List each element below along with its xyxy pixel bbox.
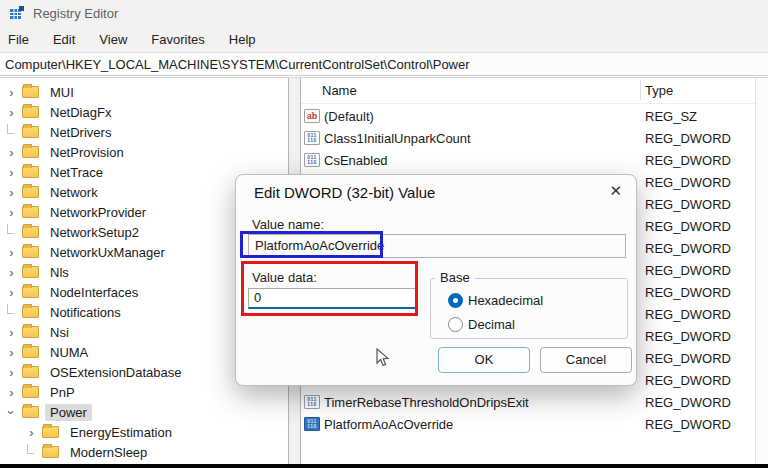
tree-item-label: NodeInterfaces bbox=[45, 284, 143, 301]
value-data-label: Value data: bbox=[252, 270, 317, 285]
value-type: REG_DWORD bbox=[645, 241, 731, 256]
list-item-CsEnabled[interactable]: 011110CsEnabledREG_DWORD bbox=[301, 150, 755, 172]
tree-item-label: NetDrivers bbox=[45, 124, 116, 141]
tree-item-MUI[interactable]: ›MUI bbox=[0, 82, 288, 102]
value-name-label: Value name: bbox=[252, 217, 324, 232]
folder-icon bbox=[22, 186, 39, 198]
chevron-down-icon[interactable]: › bbox=[4, 404, 19, 420]
menu-file[interactable]: File bbox=[0, 29, 39, 50]
chevron-right-icon[interactable]: › bbox=[4, 84, 19, 100]
radio-hexadecimal[interactable]: Hexadecimal bbox=[448, 293, 543, 308]
value-type: REG_DWORD bbox=[645, 131, 731, 146]
chevron-right-icon[interactable]: › bbox=[4, 244, 19, 260]
list-scrollbar[interactable] bbox=[755, 78, 768, 464]
reg-dword-value-icon: 011110 bbox=[304, 131, 320, 145]
reg-dword-value-icon: 011110 bbox=[304, 395, 320, 409]
tree-item-Power[interactable]: ›Power bbox=[0, 402, 288, 422]
folder-icon bbox=[22, 246, 39, 258]
chevron-right-icon[interactable]: › bbox=[4, 184, 19, 200]
menu-help[interactable]: Help bbox=[219, 29, 266, 50]
value-type: REG_SZ bbox=[645, 109, 697, 124]
folder-icon bbox=[22, 226, 39, 238]
address-bar[interactable]: Computer\HKEY_LOCAL_MACHINE\SYSTEM\Curre… bbox=[0, 52, 768, 76]
chevron-right-icon[interactable]: › bbox=[24, 424, 39, 440]
value-name-field[interactable]: PlatformAoAcOverride bbox=[248, 234, 626, 258]
folder-icon bbox=[22, 366, 39, 378]
ok-button[interactable]: OK bbox=[438, 347, 530, 373]
list-item-PlatformAoAcOverride[interactable]: 011110PlatformAoAcOverrideREG_DWORD bbox=[301, 414, 755, 436]
chevron-right-icon[interactable]: › bbox=[4, 344, 19, 360]
value-type: REG_DWORD bbox=[645, 329, 731, 344]
value-data-input[interactable]: 0 bbox=[248, 288, 416, 309]
radio-selected-icon[interactable] bbox=[448, 293, 463, 308]
folder-icon bbox=[22, 306, 39, 318]
value-type: REG_DWORD bbox=[645, 351, 731, 366]
value-type: REG_DWORD bbox=[645, 285, 731, 300]
tree-item-NetDiagFx[interactable]: ›NetDiagFx bbox=[0, 102, 288, 122]
value-type: REG_DWORD bbox=[645, 307, 731, 322]
tree-item-label: Network bbox=[45, 184, 103, 201]
tree-item-label: NetTrace bbox=[45, 164, 108, 181]
chevron-right-icon[interactable]: › bbox=[4, 104, 19, 120]
menu-favorites[interactable]: Favorites bbox=[141, 29, 214, 50]
value-type: REG_DWORD bbox=[645, 395, 731, 410]
value-name: Class1InitialUnparkCount bbox=[324, 131, 471, 146]
column-header-name[interactable]: Name bbox=[322, 83, 357, 98]
radio-decimal[interactable]: Decimal bbox=[448, 317, 515, 332]
chevron-right-icon[interactable]: › bbox=[4, 284, 19, 300]
column-separator[interactable] bbox=[640, 80, 641, 100]
cancel-button[interactable]: Cancel bbox=[540, 347, 632, 373]
chevron-right-icon[interactable]: › bbox=[4, 324, 19, 340]
tree-item-EnergyEstimation[interactable]: ›EnergyEstimation bbox=[0, 422, 288, 442]
chevron-right-icon[interactable]: › bbox=[4, 384, 19, 400]
tree-item-label: Nls bbox=[45, 264, 74, 281]
registry-editor-app-icon bbox=[9, 5, 25, 21]
list-item-(Default)[interactable]: ab(Default)REG_SZ bbox=[301, 106, 755, 128]
column-header-type[interactable]: Type bbox=[645, 83, 673, 98]
tree-item-NetDrivers[interactable]: NetDrivers bbox=[0, 122, 288, 142]
chevron-right-icon[interactable]: › bbox=[4, 204, 19, 220]
bottom-black-strip bbox=[0, 464, 768, 468]
value-name: (Default) bbox=[324, 109, 374, 124]
chevron-right-icon[interactable]: › bbox=[4, 364, 19, 380]
radio-decimal-label: Decimal bbox=[468, 317, 515, 332]
address-path: Computer\HKEY_LOCAL_MACHINE\SYSTEM\Curre… bbox=[5, 57, 470, 72]
tree-item-label: Nsi bbox=[45, 324, 74, 341]
base-group-label: Base bbox=[435, 270, 475, 285]
tree-item-NetProvision[interactable]: ›NetProvision bbox=[0, 142, 288, 162]
close-icon[interactable]: ✕ bbox=[609, 182, 622, 200]
tree-guide-line bbox=[4, 304, 19, 320]
folder-icon bbox=[22, 146, 39, 158]
value-type: REG_DWORD bbox=[645, 219, 731, 234]
reg-dword-value-icon: 011110 bbox=[304, 153, 320, 167]
tree-item-label: Power bbox=[45, 404, 92, 421]
tree-item-label: NetProvision bbox=[45, 144, 129, 161]
folder-icon bbox=[22, 346, 39, 358]
chevron-right-icon[interactable]: › bbox=[4, 144, 19, 160]
reg-string-value-icon: ab bbox=[304, 109, 320, 123]
reg-dword-value-icon: 011110 bbox=[304, 417, 320, 431]
folder-icon bbox=[22, 326, 39, 338]
list-item-TimerRebaseThresholdOnDripsExit[interactable]: 011110TimerRebaseThresholdOnDripsExitREG… bbox=[301, 392, 755, 414]
tree-item-label: NetworkProvider bbox=[45, 204, 151, 221]
chevron-right-icon[interactable]: › bbox=[4, 264, 19, 280]
tree-item-ModernSleep[interactable]: ModernSleep bbox=[0, 442, 288, 462]
tree-guide-line bbox=[24, 444, 39, 460]
tree-item-label: MUI bbox=[45, 84, 79, 101]
value-type: REG_DWORD bbox=[645, 197, 731, 212]
edit-dword-dialog: Edit DWORD (32-bit) Value ✕ Value name: … bbox=[235, 174, 637, 386]
tree-guide-line bbox=[4, 124, 19, 140]
folder-icon bbox=[42, 426, 59, 438]
folder-icon bbox=[22, 106, 39, 118]
title-bar: Registry Editor bbox=[0, 0, 768, 26]
menu-view[interactable]: View bbox=[89, 29, 137, 50]
folder-icon bbox=[42, 446, 59, 458]
chevron-right-icon[interactable]: › bbox=[4, 164, 19, 180]
list-item-Class1InitialUnparkCount[interactable]: 011110Class1InitialUnparkCountREG_DWORD bbox=[301, 128, 755, 150]
folder-icon bbox=[22, 206, 39, 218]
folder-icon bbox=[22, 386, 39, 398]
tree-guide-line bbox=[4, 224, 19, 240]
value-name: PlatformAoAcOverride bbox=[324, 417, 453, 432]
menu-edit[interactable]: Edit bbox=[43, 29, 85, 50]
radio-unselected-icon[interactable] bbox=[448, 317, 463, 332]
